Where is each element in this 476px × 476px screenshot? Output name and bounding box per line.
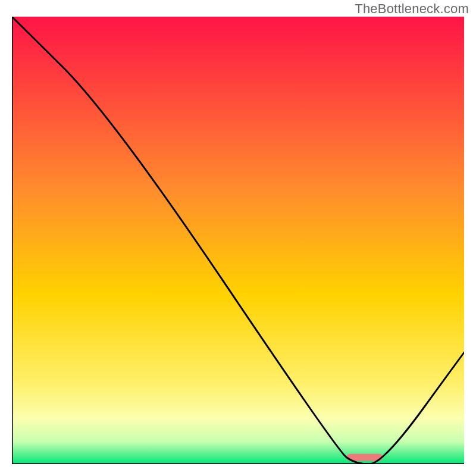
chart-svg xyxy=(12,17,464,464)
watermark-text: TheBottleneck.com xyxy=(355,1,469,17)
plot-area xyxy=(12,17,464,464)
gradient-background xyxy=(12,17,464,464)
chart-container: TheBottleneck.com xyxy=(0,0,476,476)
